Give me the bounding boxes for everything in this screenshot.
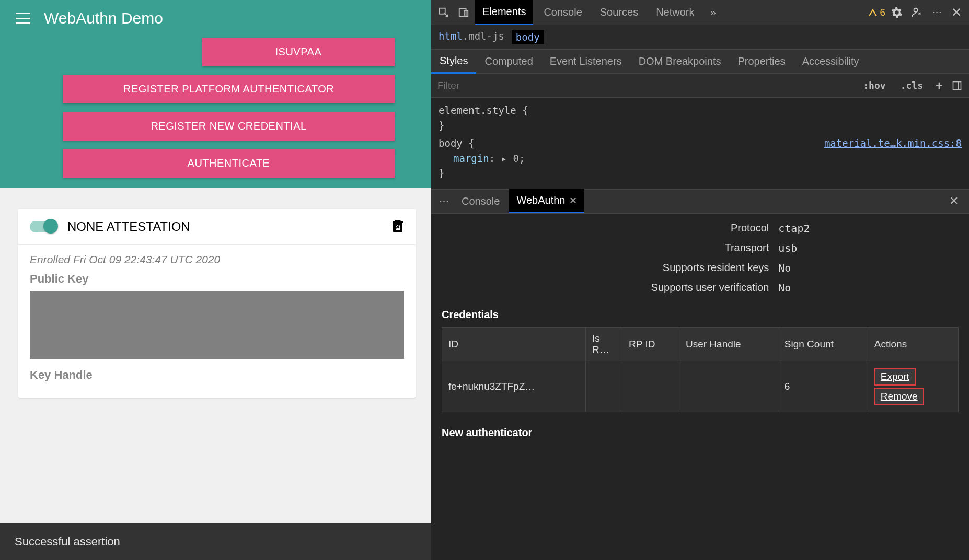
styles-filter-row: :hov .cls +: [431, 74, 969, 98]
app-title: WebAuthn Demo: [44, 9, 163, 27]
hamburger-menu-icon[interactable]: [16, 13, 30, 24]
authenticate-button[interactable]: AUTHENTICATE: [63, 149, 395, 178]
css-rules-pane: element.style { } material.te…k.min.css:…: [431, 98, 969, 189]
toggle-sidebar-icon[interactable]: [951, 80, 963, 91]
app-header: WebAuthn Demo ISUVPAA REGISTER PLATFORM …: [0, 0, 431, 188]
user-verification-value: No: [778, 282, 810, 294]
attestation-toggle[interactable]: [30, 221, 57, 232]
close-devtools-icon[interactable]: ✕: [948, 4, 965, 21]
tab-elements[interactable]: Elements: [475, 0, 533, 26]
cred-id: fe+nuknu3ZTFpZ…: [442, 361, 586, 412]
export-credential-button[interactable]: Export: [874, 368, 916, 386]
new-authenticator-heading: New authenticator: [442, 427, 959, 439]
webauthn-panel: Protocol ctap2 Transport usb Supports re…: [431, 214, 969, 561]
register-new-credential-button[interactable]: REGISTER NEW CREDENTIAL: [63, 112, 395, 141]
drawer-tab-webauthn[interactable]: WebAuthn ✕: [509, 189, 584, 213]
device-toolbar-icon[interactable]: [455, 4, 472, 21]
tab-console[interactable]: Console: [536, 0, 589, 25]
devtools-drawer: ⋯ Console WebAuthn ✕ ✕ Protocol ctap2 Tr…: [431, 189, 969, 561]
webauthn-demo-app: WebAuthn Demo ISUVPAA REGISTER PLATFORM …: [0, 0, 431, 560]
public-key-label: Public Key: [30, 272, 404, 286]
cred-user-handle: [679, 361, 778, 412]
styles-tabbar: Styles Computed Event Listeners DOM Brea…: [431, 50, 969, 74]
isuvpaa-button[interactable]: ISUVPAA: [202, 38, 395, 66]
tab-computed[interactable]: Computed: [476, 50, 541, 73]
attestation-title: NONE ATTESTATION: [67, 219, 391, 234]
inspect-element-icon[interactable]: [435, 4, 452, 21]
close-drawer-icon[interactable]: ✕: [948, 193, 965, 209]
cred-rp-id: [622, 361, 679, 412]
th-user-handle: User Handle: [679, 327, 778, 361]
css-rule-body[interactable]: material.te…k.min.css:8 body { margin: ▸…: [439, 136, 962, 181]
devtools-main-tabbar: Elements Console Sources Network » 6 ⋯ ✕: [431, 0, 969, 25]
dom-breadcrumb: html.mdl-js body: [431, 25, 969, 50]
protocol-label: Protocol: [591, 222, 769, 235]
transport-value: usb: [778, 242, 810, 254]
enrolled-timestamp: Enrolled Fri Oct 09 22:43:47 UTC 2020: [30, 253, 404, 266]
protocol-value: ctap2: [778, 222, 810, 235]
remove-credential-button[interactable]: Remove: [874, 388, 924, 405]
tab-dom-breakpoints[interactable]: DOM Breakpoints: [630, 50, 730, 73]
th-is-r: Is R…: [586, 327, 622, 361]
tab-accessibility[interactable]: Accessibility: [794, 50, 868, 73]
attestation-card: NONE ATTESTATION Enrolled Fri Oct 09 22:…: [18, 209, 416, 398]
kebab-menu-icon[interactable]: ⋯: [928, 4, 945, 21]
tab-event-listeners[interactable]: Event Listeners: [541, 50, 630, 73]
drawer-kebab-icon[interactable]: ⋯: [435, 193, 452, 209]
resident-keys-value: No: [778, 262, 810, 274]
styles-filter-input[interactable]: [437, 80, 852, 91]
tab-network[interactable]: Network: [649, 0, 701, 25]
hov-toggle[interactable]: :hov: [859, 78, 890, 93]
th-id: ID: [442, 327, 586, 361]
devtools-pane: Elements Console Sources Network » 6 ⋯ ✕…: [431, 0, 969, 560]
warnings-badge[interactable]: 6: [868, 7, 885, 18]
tab-styles[interactable]: Styles: [431, 50, 476, 74]
close-webauthn-tab-icon[interactable]: ✕: [569, 195, 577, 206]
warnings-count: 6: [880, 7, 885, 18]
css-rule-element-style[interactable]: element.style { }: [439, 103, 962, 133]
drawer-tab-console[interactable]: Console: [454, 190, 507, 213]
public-key-value-box: [30, 291, 404, 359]
credentials-heading: Credentials: [442, 309, 959, 321]
feedback-icon[interactable]: [908, 4, 925, 21]
cls-toggle[interactable]: .cls: [896, 78, 927, 93]
css-source-link[interactable]: material.te…k.min.css:8: [824, 136, 962, 151]
more-tabs-icon[interactable]: »: [705, 4, 722, 21]
breadcrumb-body[interactable]: body: [512, 30, 544, 44]
gear-icon[interactable]: [889, 4, 905, 21]
credentials-table: ID Is R… RP ID User Handle Sign Count Ac…: [442, 327, 959, 412]
th-sign-count: Sign Count: [778, 327, 868, 361]
tab-sources[interactable]: Sources: [593, 0, 645, 25]
transport-label: Transport: [591, 242, 769, 254]
svg-point-4: [914, 8, 918, 11]
th-actions: Actions: [868, 327, 958, 361]
user-verification-label: Supports user verification: [591, 282, 769, 294]
svg-rect-5: [953, 81, 961, 89]
credentials-row: fe+nuknu3ZTFpZ… 6 Export Remove: [442, 361, 959, 412]
resident-keys-label: Supports resident keys: [591, 262, 769, 274]
th-rp-id: RP ID: [622, 327, 679, 361]
toast-message: Successful assertion: [0, 523, 431, 560]
cred-sign-count: 6: [778, 361, 868, 412]
new-style-rule-icon[interactable]: +: [933, 80, 945, 91]
cred-is-r: [586, 361, 622, 412]
tab-properties[interactable]: Properties: [729, 50, 793, 73]
breadcrumb-html[interactable]: html.mdl-js: [439, 30, 504, 44]
register-platform-authenticator-button[interactable]: REGISTER PLATFORM AUTHENTICATOR: [63, 75, 395, 103]
drawer-tabbar: ⋯ Console WebAuthn ✕ ✕: [431, 190, 969, 214]
key-handle-label: Key Handle: [30, 368, 404, 382]
authenticator-properties: Protocol ctap2 Transport usb Supports re…: [591, 222, 810, 294]
trash-icon[interactable]: [391, 218, 404, 235]
svg-rect-2: [459, 8, 466, 16]
